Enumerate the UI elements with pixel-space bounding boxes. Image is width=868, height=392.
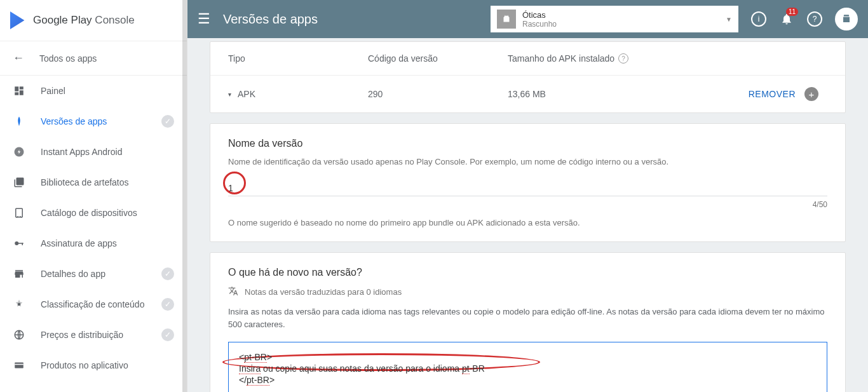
release-notes-textarea[interactable]: <pt-BR> Insira ou copie aqui suas notas … <box>228 342 827 392</box>
chevron-down-icon: ▼ <box>726 16 732 23</box>
nav-label: Versões de apps <box>41 116 146 126</box>
logo[interactable]: Google Play Console <box>0 0 187 41</box>
help-icon[interactable]: ? <box>807 11 822 27</box>
version-name-input[interactable] <box>228 180 827 196</box>
whatsnew-title: O que há de novo na versão? <box>228 267 827 278</box>
table-header: Tipo Código da versão Tamanho do APK ins… <box>210 42 845 75</box>
notes-description: Insira as notas da versão para cada idio… <box>228 306 827 330</box>
sidebar-item-instant[interactable]: Instant Apps Android <box>0 137 187 167</box>
topbar: ☰ Versões de apps Óticas Rascunho ▼ i 11… <box>187 0 868 38</box>
sidebar-item-detalhes[interactable]: Detalhes do app ✓ <box>0 259 187 289</box>
rocket-icon <box>13 115 25 128</box>
sidebar-item-classificacao[interactable]: Classificação de conteúdo ✓ <box>0 289 187 320</box>
device-icon <box>13 206 25 219</box>
nav-label: Preços e distribuição <box>41 330 146 340</box>
char-count: 4/50 <box>228 200 827 209</box>
nav-label: Instant Apps Android <box>41 147 174 157</box>
store-icon <box>13 267 25 280</box>
svg-point-9 <box>505 15 505 16</box>
nav-label: Classificação de conteúdo <box>41 299 146 309</box>
sidebar-item-precos[interactable]: Preços e distribuição ✓ <box>0 320 187 350</box>
avatar[interactable] <box>835 8 858 30</box>
version-name-card: Nome da versão Nome de identificação da … <box>210 123 846 242</box>
globe-icon <box>13 328 25 341</box>
svg-rect-4 <box>22 243 24 245</box>
check-icon: ✓ <box>161 267 174 280</box>
check-icon: ✓ <box>161 328 174 341</box>
version-title: Nome da versão <box>228 138 827 149</box>
notifications-button[interactable]: 11 <box>779 11 794 27</box>
info-icon[interactable]: i <box>751 11 766 27</box>
chevron-down-icon: ▾ <box>228 91 231 98</box>
version-subtitle: Nome de identificação da versão usado ap… <box>228 157 827 166</box>
notification-badge: 11 <box>786 8 798 16</box>
nav-label: Detalhes do app <box>41 269 146 279</box>
android-icon <box>497 10 516 29</box>
sidebar-item-versoes[interactable]: Versões de apps ✓ <box>0 106 187 137</box>
sidebar: Google Play Console ← Todos os apps Pain… <box>0 0 187 392</box>
key-icon <box>13 237 25 250</box>
help-icon[interactable]: ? <box>618 53 628 64</box>
translate-icon <box>228 286 238 298</box>
back-to-all-apps[interactable]: ← Todos os apps <box>0 41 187 76</box>
app-name: Óticas <box>522 10 719 20</box>
col-type-header: Tipo <box>228 53 368 64</box>
row-type: APK <box>238 89 255 99</box>
nav-label: Produtos no aplicativo <box>41 360 174 370</box>
check-icon: ✓ <box>161 115 174 128</box>
check-icon: ✓ <box>161 298 174 311</box>
main: ☰ Versões de apps Óticas Rascunho ▼ i 11… <box>187 0 868 392</box>
play-logo-icon <box>10 11 28 29</box>
col-size-header: Tamanho do APK instalado ? <box>508 53 673 64</box>
suggestion-text: O nome sugerido é baseado no nome do pri… <box>228 218 827 227</box>
row-code: 290 <box>368 89 508 99</box>
rating-icon <box>13 298 25 311</box>
nav-label: Painel <box>41 86 174 96</box>
bolt-icon <box>13 145 25 158</box>
translate-row: Notas da versão traduzidas para 0 idioma… <box>228 286 827 298</box>
nav-label: Biblioteca de artefatos <box>41 177 174 187</box>
sidebar-item-assinatura[interactable]: Assinatura de apps <box>0 228 187 259</box>
svg-rect-7 <box>15 363 24 368</box>
svg-rect-8 <box>15 364 24 365</box>
app-status: Rascunho <box>522 20 719 29</box>
apk-table-card: Tipo Código da versão Tamanho do APK ins… <box>210 41 846 113</box>
hamburger-icon[interactable]: ☰ <box>198 11 210 27</box>
nav-label: Assinatura de apps <box>41 238 174 248</box>
svg-point-10 <box>508 15 508 16</box>
app-selector[interactable]: Óticas Rascunho ▼ <box>491 6 738 32</box>
remove-button[interactable]: REMOVER <box>749 89 796 99</box>
page-title: Versões de apps <box>223 12 318 27</box>
whats-new-card: O que há de novo na versão? Notas da ver… <box>210 252 846 392</box>
col-code-header: Código da versão <box>368 53 508 64</box>
row-size: 13,66 MB <box>508 89 673 99</box>
table-row: ▾ APK 290 13,66 MB REMOVER + <box>210 75 845 112</box>
nav-label: Catálogo de dispositivos <box>41 208 174 218</box>
translate-text: Notas da versão traduzidas para 0 idioma… <box>245 287 402 297</box>
content: Tipo Código da versão Tamanho do APK ins… <box>187 38 868 392</box>
apk-expand-toggle[interactable]: ▾ APK <box>228 89 368 99</box>
library-icon <box>13 176 25 189</box>
sidebar-item-biblioteca[interactable]: Biblioteca de artefatos <box>0 167 187 198</box>
svg-rect-1 <box>16 208 23 217</box>
sidebar-item-catalogo[interactable]: Catálogo de dispositivos <box>0 198 187 228</box>
add-button[interactable]: + <box>804 87 818 101</box>
sidebar-item-painel[interactable]: Painel <box>0 76 187 106</box>
sidebar-item-produtos[interactable]: Produtos no aplicativo <box>0 350 187 381</box>
back-label: Todos os apps <box>39 53 97 64</box>
card-icon <box>13 359 25 372</box>
dashboard-icon <box>13 84 25 97</box>
svg-point-2 <box>15 241 18 245</box>
back-arrow-icon: ← <box>13 51 24 65</box>
logo-text: Google Play Console <box>33 14 135 27</box>
